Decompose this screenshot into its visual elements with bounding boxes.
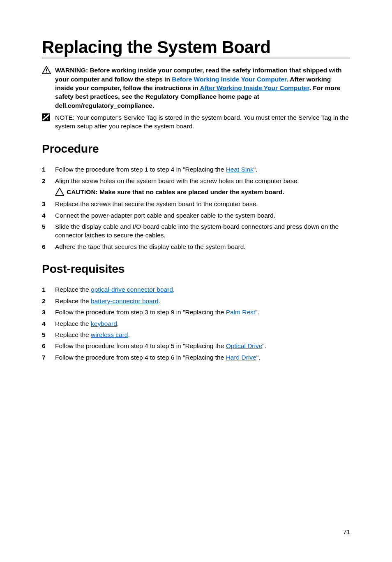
step-text: ".	[262, 342, 266, 349]
step-number: 4	[42, 319, 55, 328]
step-text: .	[117, 320, 119, 327]
step-text: ".	[254, 166, 258, 173]
step-text: ".	[255, 309, 259, 316]
page-title: Replacing the System Board	[42, 38, 350, 57]
step-text: Adhere the tape that secures the display…	[55, 242, 350, 251]
step-number: 5	[42, 330, 55, 339]
note-text: Your computer's Service Tag is stored in…	[55, 114, 349, 130]
link-optical-drive-connector-board[interactable]: optical-drive connector board	[91, 286, 173, 293]
step-text: Connect the power-adapter port cable and…	[55, 211, 350, 220]
step-text: Replace the	[55, 286, 91, 293]
page-number: 71	[343, 528, 350, 536]
step-number: 3	[42, 200, 55, 208]
step-number: 6	[42, 341, 55, 350]
svg-rect-1	[46, 72, 47, 73]
step-text: Replace the	[55, 320, 91, 327]
step-text: Align the screw holes on the system boar…	[55, 176, 350, 185]
post-requisites-heading: Post-requisites	[42, 261, 350, 277]
link-before-working[interactable]: Before Working Inside Your Computer	[172, 76, 286, 83]
step-text: Follow the procedure from step 4 to step…	[55, 354, 226, 361]
title-divider	[42, 58, 350, 58]
step-text: Slide the display cable and I/O-board ca…	[55, 222, 350, 240]
note-callout: NOTE: Your computer's Service Tag is sto…	[42, 113, 350, 131]
procedure-list-cont: 3 Replace the screws that secure the sys…	[42, 200, 350, 251]
svg-rect-0	[46, 69, 47, 71]
note-prefix: NOTE:	[55, 114, 76, 121]
procedure-heading: Procedure	[42, 141, 350, 157]
link-palm-rest[interactable]: Palm Rest	[226, 309, 256, 316]
step-text: Follow the procedure from step 3 to step…	[55, 309, 226, 316]
caution-icon	[55, 188, 67, 196]
caution-callout: CAUTION: Make sure that no cables are pl…	[55, 188, 350, 196]
svg-point-4	[47, 118, 48, 120]
step-text: ".	[256, 354, 261, 361]
link-after-working[interactable]: After Working Inside Your Computer	[200, 84, 309, 91]
step-text: Replace the screws that secure the syste…	[55, 200, 350, 208]
step-number: 3	[42, 308, 55, 316]
step-text: .	[173, 286, 175, 293]
step-number: 2	[42, 176, 55, 185]
warning-icon	[42, 66, 55, 74]
link-hard-drive[interactable]: Hard Drive	[226, 354, 256, 361]
step-text: .	[128, 331, 129, 338]
step-number: 1	[42, 285, 55, 294]
step-number: 1	[42, 165, 55, 174]
step-number: 6	[42, 242, 55, 251]
step-number: 7	[42, 353, 55, 362]
step-text: Replace the	[55, 297, 91, 304]
caution-text: CAUTION: Make sure that no cables are pl…	[67, 188, 350, 196]
step-number: 5	[42, 222, 55, 231]
procedure-list: 1 Follow the procedure from step 1 to st…	[42, 165, 350, 185]
link-keyboard[interactable]: keyboard	[91, 320, 117, 327]
step-text: Follow the procedure from step 4 to step…	[55, 342, 226, 349]
link-heat-sink[interactable]: Heat Sink	[226, 166, 254, 173]
svg-point-3	[44, 115, 45, 116]
step-text: .	[159, 297, 160, 304]
link-optical-drive[interactable]: Optical Drive	[226, 342, 263, 349]
post-requisites-list: 1 Replace the optical-drive connector bo…	[42, 285, 350, 362]
step-text: Follow the procedure from step 1 to step…	[55, 166, 226, 173]
note-icon	[42, 113, 55, 121]
link-wireless-card[interactable]: wireless card	[91, 331, 128, 338]
step-text: Replace the	[55, 331, 91, 338]
link-battery-connector-board[interactable]: battery-connector board	[91, 297, 159, 304]
step-number: 2	[42, 297, 55, 305]
warning-callout: WARNING: Before working inside your comp…	[42, 66, 350, 110]
step-number: 4	[42, 211, 55, 220]
